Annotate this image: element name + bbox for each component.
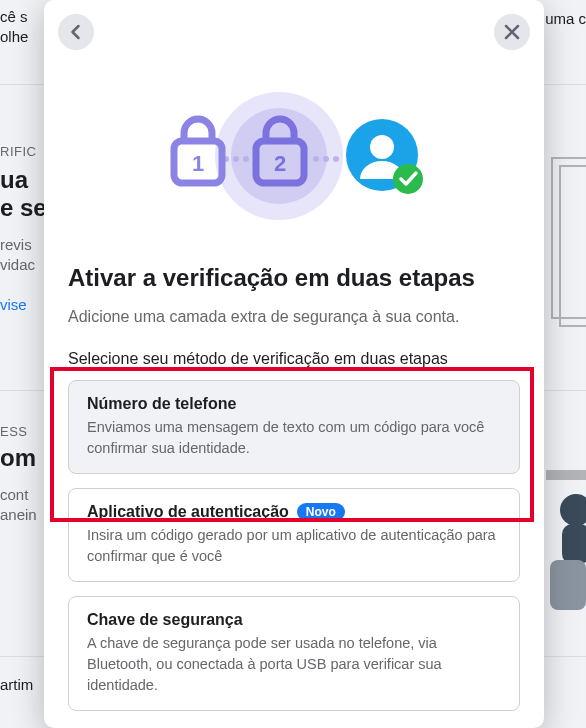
bg-link[interactable]: vise	[0, 294, 27, 315]
bg-text: artim	[0, 674, 33, 695]
option-title: Número de telefone	[87, 395, 501, 413]
back-button[interactable]	[58, 14, 94, 50]
svg-point-19	[370, 135, 394, 159]
modal-header	[44, 0, 544, 56]
option-desc: Insira um código gerado por um aplicativ…	[87, 525, 501, 567]
bg-title: e se	[0, 194, 47, 222]
svg-point-3	[560, 494, 586, 526]
bg-title: om	[0, 444, 36, 472]
option-title-text: Chave de segurança	[87, 611, 243, 629]
svg-text:2: 2	[274, 151, 286, 176]
two-factor-modal: 1 2 Ativar a verificação em duas etapas …	[44, 0, 544, 728]
svg-point-12	[323, 156, 329, 162]
bg-text: cont	[0, 484, 28, 505]
svg-point-10	[243, 156, 249, 162]
svg-point-13	[333, 156, 339, 162]
bg-text: anein	[0, 504, 37, 525]
svg-text:1: 1	[192, 151, 204, 176]
close-icon	[502, 22, 522, 42]
svg-rect-2	[546, 470, 586, 480]
option-phone-number[interactable]: Número de telefone Enviamos uma mensagem…	[68, 380, 520, 474]
bg-text: olhe	[0, 26, 28, 47]
bg-text: revis	[0, 234, 32, 255]
option-title-text: Número de telefone	[87, 395, 236, 413]
two-factor-graphic: 1 2	[44, 56, 544, 256]
option-title: Chave de segurança	[87, 611, 501, 629]
option-desc: Enviamos uma mensagem de texto com um có…	[87, 417, 501, 459]
option-title-text: Aplicativo de autenticação	[87, 503, 289, 521]
bg-text: uma c	[545, 8, 586, 29]
section-label: Selecione seu método de verificação em d…	[68, 350, 520, 368]
chevron-left-icon	[66, 22, 86, 42]
option-auth-app[interactable]: Aplicativo de autenticação Novo Insira u…	[68, 488, 520, 582]
option-desc: A chave de segurança pode ser usada no t…	[87, 633, 501, 696]
svg-point-9	[233, 156, 239, 162]
bg-illustration-person	[546, 430, 586, 660]
modal-body: Ativar a verificação em duas etapas Adic…	[44, 256, 544, 711]
new-badge: Novo	[297, 503, 345, 521]
svg-point-11	[313, 156, 319, 162]
bg-title: ua	[0, 166, 28, 194]
modal-title: Ativar a verificação em duas etapas	[68, 264, 520, 292]
svg-rect-1	[560, 166, 586, 326]
option-title: Aplicativo de autenticação Novo	[87, 503, 501, 521]
close-button[interactable]	[494, 14, 530, 50]
bg-text: cê s	[0, 6, 28, 27]
bg-label: ESS	[0, 424, 28, 439]
svg-point-20	[393, 164, 423, 194]
modal-subtitle: Adicione uma camada extra de segurança à…	[68, 308, 520, 326]
bg-label: RIFIC	[0, 144, 36, 159]
bg-illustration-frame	[546, 150, 586, 340]
svg-rect-5	[550, 560, 586, 610]
option-security-key[interactable]: Chave de segurança A chave de segurança …	[68, 596, 520, 711]
bg-text: vidac	[0, 254, 35, 275]
svg-rect-4	[562, 524, 586, 564]
svg-rect-0	[552, 158, 586, 318]
